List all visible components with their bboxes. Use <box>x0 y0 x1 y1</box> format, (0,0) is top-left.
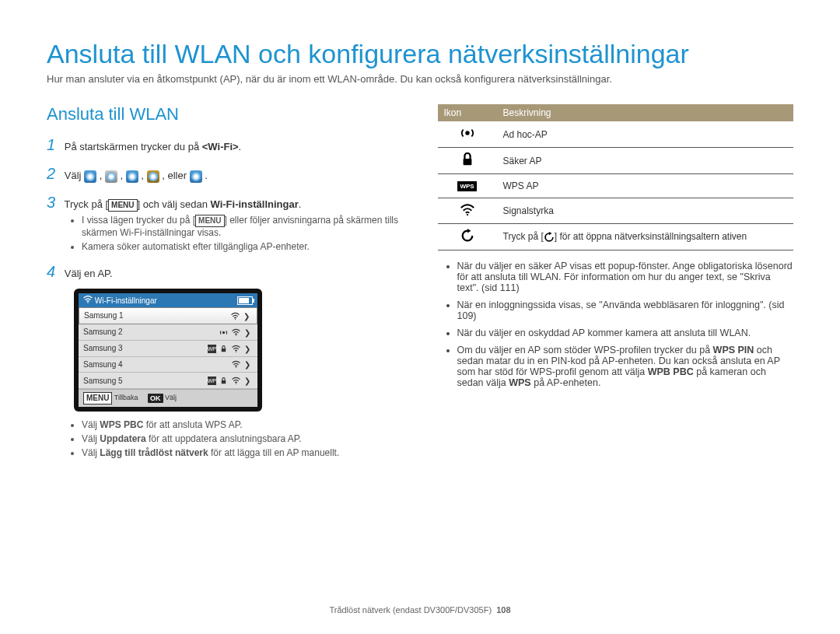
step-4: 4 Välj en AP. Wi-Fi-inställningar Samsun <box>47 263 403 458</box>
ap-row[interactable]: Samsung 1 ❯ <box>79 307 257 324</box>
adhoc-icon <box>219 328 228 337</box>
page-footer: Trådlöst nätverk (endast DV300F/DV305F) … <box>0 605 840 615</box>
lock-icon <box>460 152 474 166</box>
wifi-settings-mock: Wi-Fi-inställningar Samsung 1 ❯ <box>74 289 262 412</box>
svg-point-0 <box>87 302 89 303</box>
svg-rect-10 <box>463 159 471 165</box>
wps-icon: WPS <box>460 179 474 193</box>
right-bullet-1: När du väljer en säker AP visas ett popu… <box>457 261 794 293</box>
adhoc-icon <box>460 126 474 140</box>
svg-point-3 <box>236 335 236 335</box>
ok-icon: OK <box>148 394 163 403</box>
ap-row[interactable]: Samsung 4 ❯ <box>79 357 257 373</box>
svg-point-5 <box>236 351 236 352</box>
step-2: 2 Välj , , , , eller . <box>47 165 403 183</box>
svg-rect-7 <box>222 380 226 384</box>
lock-icon <box>219 377 228 385</box>
right-bullet-4: Om du väljer en AP som stöder WPS-profil… <box>457 345 794 388</box>
ap-row[interactable]: Samsung 2 ❯ <box>79 324 257 341</box>
svg-point-9 <box>465 131 469 135</box>
wps-icon: WPS <box>208 377 216 385</box>
step-1: 1 På startskärmen trycker du på <<Wi-Fi>… <box>47 136 403 154</box>
icon-table: Ikon Beskrivning Ad hoc-AP Säker AP WPS … <box>438 104 794 250</box>
service-icon-4 <box>147 170 159 183</box>
service-icon-1 <box>84 170 96 183</box>
service-icon-3 <box>126 170 138 183</box>
svg-rect-4 <box>222 349 226 352</box>
chevron-right-icon: ❯ <box>244 377 253 385</box>
step-3-sub-1: I vissa lägen trycker du på [MENU] eller… <box>82 215 403 238</box>
right-bullet-3: När du väljer en oskyddad AP kommer kame… <box>457 328 794 338</box>
refresh-icon <box>460 229 474 243</box>
wps-icon: WPS <box>208 345 216 353</box>
step-4-sub-1: Välj WPS PBC för att ansluta WPS AP. <box>82 419 403 430</box>
menu-icon: MENU <box>83 392 112 405</box>
wifi-icon <box>83 296 93 303</box>
right-bullet-2: När en inloggningssida visas, se "Använd… <box>457 299 794 321</box>
chevron-right-icon: ❯ <box>244 345 253 353</box>
icon-table-header-desc: Beskrivning <box>497 104 794 121</box>
step-3-sub-2: Kamera söker automatiskt efter tillgängl… <box>82 241 403 252</box>
signal-icon <box>232 328 240 337</box>
menu-icon: MENU <box>195 215 224 227</box>
svg-point-6 <box>236 367 236 368</box>
menu-icon: MENU <box>108 199 137 212</box>
step-4-sub-3: Välj Lägg till trådlöst nätverk för att … <box>82 447 403 458</box>
battery-icon <box>237 296 253 305</box>
signal-icon <box>231 312 240 321</box>
intro-text: Hur man ansluter via en åtkomstpunkt (AP… <box>47 73 793 85</box>
service-icon-2 <box>105 170 117 183</box>
icon-table-header-icon: Ikon <box>438 104 497 121</box>
signal-icon <box>460 203 474 217</box>
service-icon-5 <box>190 170 202 183</box>
chevron-right-icon: ❯ <box>243 312 252 321</box>
ap-row[interactable]: Samsung 3 WPS ❯ <box>79 341 257 357</box>
step-4-sub-2: Välj Uppdatera för att uppdatera anslutn… <box>82 433 403 444</box>
lock-icon <box>219 345 228 353</box>
svg-point-11 <box>466 214 467 215</box>
section-heading: Ansluta till WLAN <box>47 104 403 124</box>
svg-point-8 <box>236 384 236 384</box>
signal-icon <box>232 360 240 369</box>
chevron-right-icon: ❯ <box>244 360 253 369</box>
signal-icon <box>232 345 240 353</box>
svg-point-1 <box>235 318 236 319</box>
page-title: Ansluta till WLAN och konfigurera nätver… <box>47 39 793 69</box>
chevron-right-icon: ❯ <box>244 328 253 337</box>
step-3: 3 Tryck på [MENU] och välj sedan Wi-Fi-i… <box>47 194 403 252</box>
signal-icon <box>232 377 240 385</box>
svg-point-2 <box>222 331 225 334</box>
ap-row[interactable]: Samsung 5 WPS ❯ <box>79 373 257 389</box>
